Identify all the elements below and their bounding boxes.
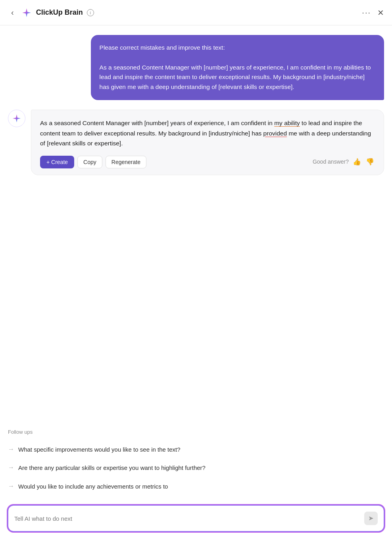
back-button[interactable]: ‹ — [8, 6, 17, 19]
header-right: ··· ✕ — [362, 8, 384, 17]
followups-section: Follow ups → What specific improvements … — [0, 429, 392, 499]
input-wrapper — [8, 505, 384, 531]
followups-label: Follow ups — [8, 429, 384, 435]
ai-response-container: As a seasoned Content Manager with [numb… — [8, 110, 384, 175]
more-options-button[interactable]: ··· — [362, 8, 371, 17]
followup-item-3[interactable]: → Would you like to include any achievem… — [8, 478, 384, 495]
ai-sparkle-icon — [12, 113, 22, 124]
create-button[interactable]: + Create — [40, 156, 74, 168]
send-icon — [368, 515, 374, 522]
ai-avatar — [8, 110, 25, 127]
followup-item-2[interactable]: → Are there any particular skills or exp… — [8, 460, 384, 477]
chat-area: Please correct mistakes and improve this… — [0, 25, 392, 429]
followup-text-3: Would you like to include any achievemen… — [18, 482, 168, 491]
copy-button[interactable]: Copy — [77, 156, 102, 168]
regenerate-button[interactable]: Regenerate — [106, 156, 146, 168]
input-area — [0, 499, 392, 541]
followup-arrow-1: → — [8, 446, 14, 453]
user-message-bubble: Please correct mistakes and improve this… — [91, 35, 384, 100]
followup-text-2: Are there any particular skills or exper… — [18, 464, 206, 473]
followup-item-1[interactable]: → What specific improvements would you l… — [8, 441, 384, 458]
header-title: ClickUp Brain — [36, 8, 83, 17]
thumbs-down-button[interactable]: 👎 — [365, 157, 375, 167]
followup-text-1: What specific improvements would you lik… — [18, 445, 181, 454]
good-answer-label: Good answer? — [313, 157, 349, 166]
header-left: ‹ ClickUp Brain i — [8, 6, 94, 19]
info-icon[interactable]: i — [87, 9, 94, 16]
send-button[interactable] — [364, 512, 378, 525]
good-answer-section: Good answer? 👍 👎 — [313, 157, 375, 167]
ai-input[interactable] — [14, 515, 364, 522]
ai-response-bubble: As a seasoned Content Manager with [numb… — [31, 110, 384, 175]
action-buttons: + Create Copy Regenerate Good answer? 👍 … — [40, 156, 375, 168]
thumbs-up-button[interactable]: 👍 — [352, 157, 362, 167]
ai-text-before: As a seasoned Content Manager with [numb… — [40, 120, 274, 126]
followup-arrow-3: → — [8, 483, 14, 490]
ai-text-highlighted-provided: provided — [263, 130, 287, 137]
sparkle-icon — [21, 7, 32, 18]
user-message-text: Please correct mistakes and improve this… — [100, 44, 371, 90]
app-header: ‹ ClickUp Brain i ··· ✕ — [0, 0, 392, 25]
ai-text-highlighted-ability: my ability — [274, 120, 300, 126]
followup-arrow-2: → — [8, 464, 14, 471]
ai-response-text: As a seasoned Content Manager with [numb… — [40, 118, 375, 149]
close-button[interactable]: ✕ — [377, 8, 384, 17]
